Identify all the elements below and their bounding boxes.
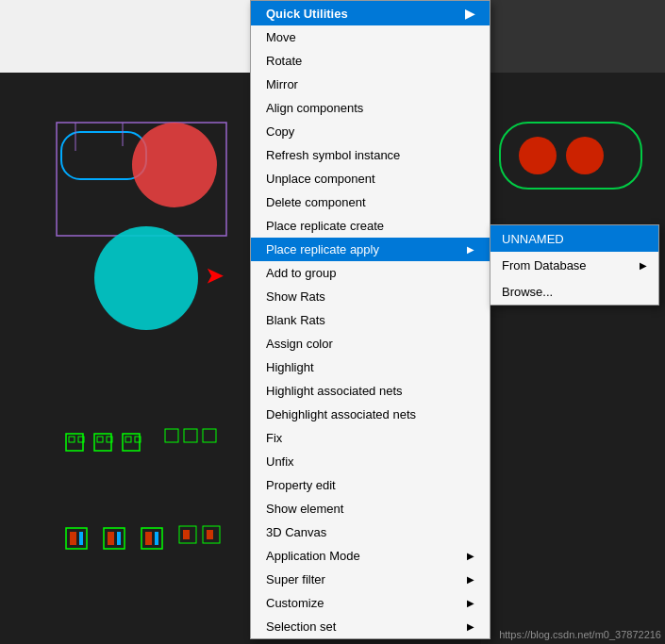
arrow-indicator: ➤ [206,264,223,289]
from-database-arrow-icon: ▶ [640,260,647,271]
svg-rect-30 [183,530,190,539]
menu-item-unplace-component[interactable]: Unplace component [251,167,490,190]
customize-arrow-icon: ▶ [467,598,474,608]
svg-rect-19 [203,429,216,442]
svg-point-5 [94,226,198,330]
pcb-right-svg [481,0,665,644]
svg-point-4 [132,123,217,207]
menu-item-align-components[interactable]: Align components [251,96,490,120]
svg-rect-12 [97,437,103,442]
svg-rect-18 [184,429,197,442]
menu-item-application-mode[interactable]: Application Mode ▶ [251,544,490,568]
menu-item-delete-component[interactable]: Delete component [251,190,490,214]
menu-item-add-to-group[interactable]: Add to group [251,261,490,285]
menu-item-customize[interactable]: Customize ▶ [251,591,490,615]
submenu-item-from-database[interactable]: From Database ▶ [490,252,658,278]
menu-item-place-replicate-apply[interactable]: Place replicate apply ▶ [251,238,490,261]
submenu-arrow-icon: ▶ [467,244,474,255]
svg-rect-25 [117,532,121,545]
menu-item-property-edit[interactable]: Property edit [251,473,490,497]
svg-rect-1 [0,33,250,73]
menu-item-fix[interactable]: Fix [251,426,490,450]
svg-rect-28 [155,532,158,545]
svg-rect-9 [69,437,75,442]
pcb-canvas [0,0,250,644]
svg-rect-17 [165,429,178,442]
menu-item-assign-color[interactable]: Assign color [251,332,490,355]
menu-item-highlight[interactable]: Highlight [251,355,490,379]
submenu-item-unnamed[interactable]: UNNAMED [490,225,658,252]
svg-rect-21 [70,532,76,545]
menu-item-show-element[interactable]: Show element [251,497,490,520]
menu-item-blank-rats[interactable]: Blank Rats [251,308,490,332]
watermark: https://blog.csdn.net/m0_37872216 [499,629,661,640]
menu-item-mirror[interactable]: Mirror [251,73,490,96]
svg-rect-22 [79,532,83,545]
svg-rect-24 [108,532,114,545]
menu-item-dehighlight-assoc-nets[interactable]: Dehighlight associated nets [251,403,490,426]
submenu-item-browse[interactable]: Browse... [490,278,658,305]
menu-item-highlight-assoc-nets[interactable]: Highlight associated nets [251,379,490,403]
svg-rect-32 [207,530,213,539]
menu-item-copy[interactable]: Copy [251,120,490,143]
super-filter-arrow-icon: ▶ [467,574,474,585]
menu-item-unfix[interactable]: Unfix [251,450,490,473]
menu-item-super-filter[interactable]: Super filter ▶ [251,568,490,591]
svg-rect-27 [145,532,152,545]
context-menu-header: Quick Utilities ▶ [251,1,490,25]
pcb-right-panel [481,0,665,644]
menu-item-3d-canvas[interactable]: 3D Canvas [251,520,490,544]
menu-item-rotate[interactable]: Rotate [251,49,490,73]
pcb-svg [0,0,250,644]
svg-point-35 [519,137,557,174]
header-label: Quick Utilities [266,7,348,21]
menu-item-selection-set[interactable]: Selection set ▶ [251,615,490,638]
svg-rect-33 [481,0,665,73]
menu-item-refresh-symbol[interactable]: Refresh symbol instance [251,143,490,167]
svg-rect-0 [0,0,250,33]
menu-item-show-rats[interactable]: Show Rats [251,285,490,308]
svg-point-36 [566,137,604,174]
menu-item-place-replicate-create[interactable]: Place replicate create [251,214,490,238]
svg-rect-15 [125,437,131,442]
context-menu: Quick Utilities ▶ Move Rotate Mirror Ali… [250,0,490,639]
app-mode-arrow-icon: ▶ [467,551,474,561]
header-arrow: ▶ [465,7,474,21]
selection-set-arrow-icon: ▶ [467,621,474,632]
submenu: UNNAMED From Database ▶ Browse... [490,224,659,305]
menu-item-move[interactable]: Move [251,25,490,49]
